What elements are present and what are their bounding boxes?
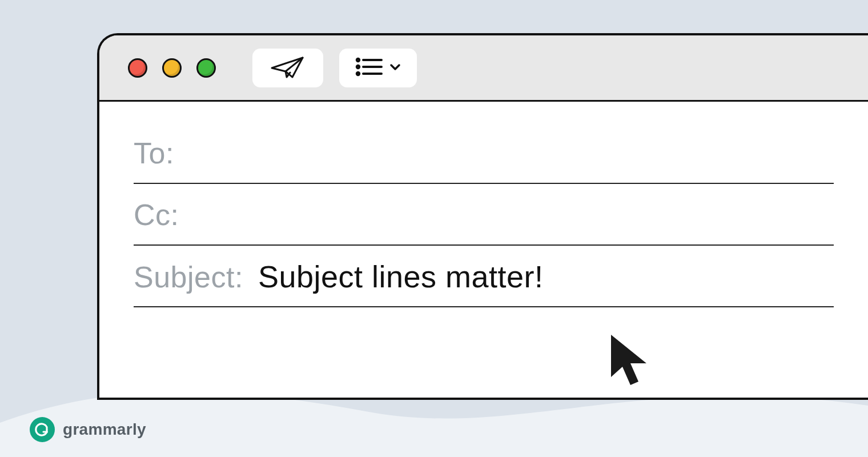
svg-point-2 [357, 72, 359, 74]
send-button[interactable] [252, 49, 323, 87]
to-row[interactable]: To: [134, 122, 834, 184]
cc-row[interactable]: Cc: [134, 184, 834, 246]
zoom-traffic-light[interactable] [196, 58, 216, 78]
window-titlebar [99, 35, 868, 102]
close-traffic-light[interactable] [128, 58, 147, 78]
compose-fields: To: Cc: Subject: Subject lines matter! [99, 102, 868, 307]
cc-label: Cc: [134, 184, 179, 246]
minimize-traffic-light[interactable] [162, 58, 182, 78]
svg-point-1 [357, 65, 359, 67]
svg-point-0 [357, 58, 359, 61]
to-label: To: [134, 122, 174, 184]
brand-logo-icon [30, 417, 55, 442]
subject-row[interactable]: Subject: Subject lines matter! [134, 246, 834, 307]
brand-name: grammarly [63, 420, 146, 439]
format-list-button[interactable] [339, 49, 417, 87]
brand: grammarly [30, 417, 146, 442]
cursor-icon [605, 331, 657, 394]
compose-window: To: Cc: Subject: Subject lines matter! [97, 33, 868, 400]
subject-label: Subject: [134, 246, 243, 308]
traffic-lights [128, 58, 216, 78]
paper-plane-icon [270, 54, 306, 82]
chevron-down-icon [389, 63, 401, 73]
subject-value[interactable]: Subject lines matter! [258, 246, 544, 307]
list-icon [355, 57, 383, 79]
